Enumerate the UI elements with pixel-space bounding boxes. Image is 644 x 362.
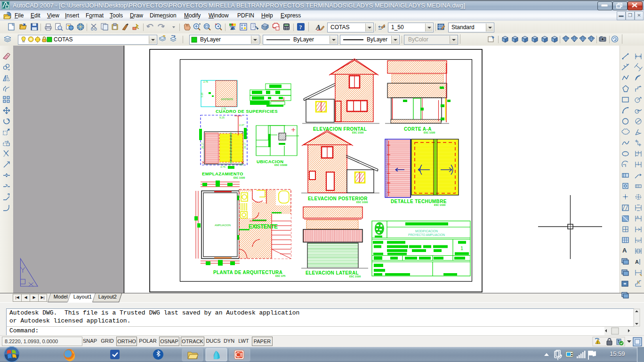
svg-text:!: ! bbox=[597, 340, 598, 345]
svg-text:A: A bbox=[635, 259, 639, 265]
svg-text:A: A bbox=[622, 247, 627, 254]
svg-text:A: A bbox=[636, 215, 639, 219]
svg-text:A: A bbox=[231, 27, 233, 31]
svg-text:?: ? bbox=[299, 24, 302, 31]
